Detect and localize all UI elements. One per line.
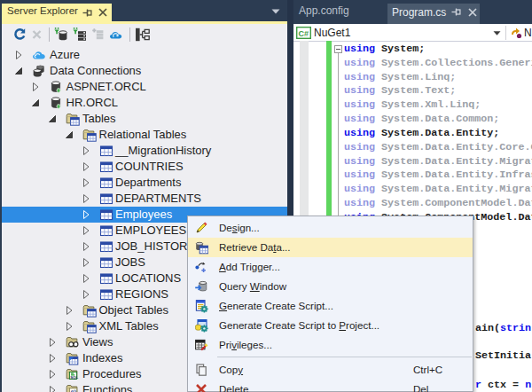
svg-text:f(): f() xyxy=(70,388,76,392)
svg-text:SQL: SQL xyxy=(70,375,78,380)
